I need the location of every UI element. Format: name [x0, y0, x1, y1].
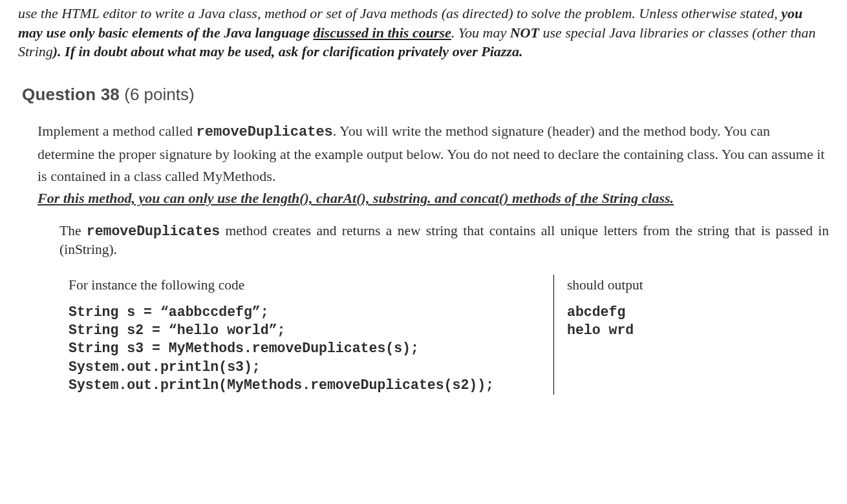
question-body: Implement a method called removeDuplicat…	[38, 120, 829, 394]
example-table: For instance the following code String s…	[69, 275, 829, 394]
desc-a: The	[59, 223, 87, 238]
intro-not: NOT	[510, 25, 539, 41]
intro-period-1: .	[451, 25, 458, 41]
example-output: abcdefg helo wrd	[567, 303, 829, 340]
intro-bold-2: ). If in doubt about what may be used, a…	[53, 43, 519, 59]
example-left-intro: For instance the following code	[69, 275, 541, 296]
intro-period-2: .	[519, 43, 523, 59]
example-right-column: should output abcdefg helo wrd	[553, 275, 829, 394]
method-name: removeDuplicates	[197, 124, 333, 140]
page-root: use the HTML editor to write a Java clas…	[0, 0, 847, 408]
method-description: The removeDuplicates method creates and …	[59, 222, 829, 259]
example-left-column: For instance the following code String s…	[69, 275, 553, 394]
question-number: Question 38	[22, 85, 120, 104]
example-right-intro: should output	[567, 275, 829, 296]
instructions-paragraph: use the HTML editor to write a Java clas…	[18, 4, 829, 61]
desc-method: removeDuplicates	[87, 224, 220, 239]
intro-text-2: You may	[458, 25, 510, 41]
example-code: String s = “aabbccdefg”; String s2 = “he…	[69, 303, 541, 395]
question-paragraph-1: Implement a method called removeDuplicat…	[38, 120, 829, 209]
method-constraint: For this method, you can only use the le…	[38, 190, 674, 206]
body-text-a: Implement a method called	[38, 123, 197, 139]
question-header: Question 38 (6 points)	[22, 85, 829, 105]
intro-text-1: use the HTML editor to write a Java clas…	[18, 5, 781, 21]
question-points: (6 points)	[120, 85, 195, 104]
intro-bold-underline: discussed in this course	[313, 25, 451, 41]
